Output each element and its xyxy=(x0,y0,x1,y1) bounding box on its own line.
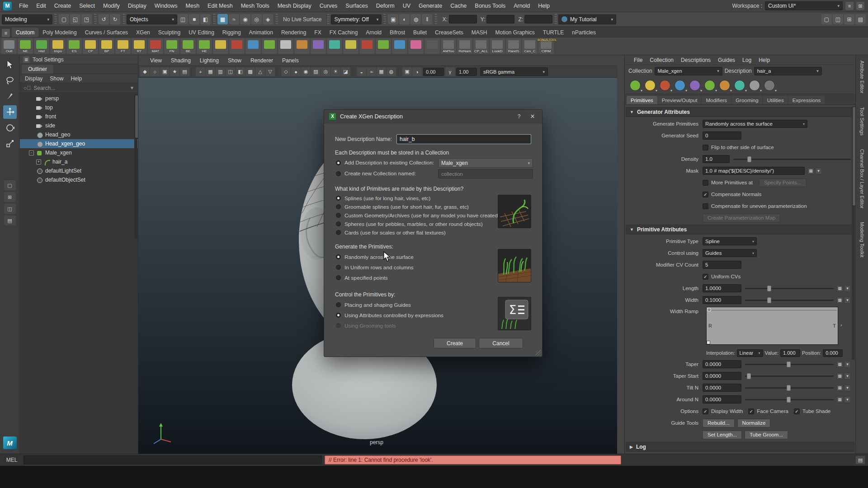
menu-bonus-tools[interactable]: Bonus Tools xyxy=(471,0,509,12)
select-camera-icon[interactable]: ◆ xyxy=(140,67,150,76)
xgen-update-preview-icon[interactable]: ▾ xyxy=(644,80,656,91)
generator-seed-input[interactable]: 0 xyxy=(703,131,741,140)
lock-camera-icon[interactable]: ○ xyxy=(150,67,160,76)
shelf-tab-mash[interactable]: MASH xyxy=(467,28,491,37)
workspace-dropdown[interactable]: Custom UI*▾ xyxy=(765,1,843,10)
shelf-tab-bifrost[interactable]: Bifrost xyxy=(386,28,409,37)
shelf-tab-poly-modeling[interactable]: Poly Modeling xyxy=(38,28,80,37)
xgen-tab-utilities[interactable]: Utilities xyxy=(763,96,788,104)
cancel-button[interactable]: Cancel xyxy=(479,338,523,348)
radio-button-icon[interactable] xyxy=(336,313,341,318)
resolution-gate-icon[interactable]: ◫ xyxy=(226,67,235,76)
option-using-grooming-tools[interactable]: Using Grooming tools xyxy=(336,320,443,331)
expression-menu-icon[interactable]: ▾ xyxy=(844,285,851,292)
normalize-button[interactable]: Normalize xyxy=(737,419,771,427)
workspace-options-icon[interactable]: ≡ xyxy=(845,2,854,10)
shelf-button-19[interactable] xyxy=(294,38,310,54)
option-add-to-existing-collection[interactable]: Add Description to existing Collection: xyxy=(336,158,434,168)
workspace-layout-icon[interactable]: ⊞ xyxy=(856,2,864,10)
paint-select-tool-icon[interactable] xyxy=(3,89,17,103)
dialog-close-button[interactable]: ✕ xyxy=(528,113,538,120)
map-texture-icon[interactable]: ▦ xyxy=(836,361,843,368)
xgen-sculpt-guide-icon[interactable]: ▾ xyxy=(719,80,731,91)
undo-icon[interactable]: ↺ xyxy=(99,14,109,24)
safe-title-icon[interactable]: ▽ xyxy=(265,67,275,76)
expression-menu-icon[interactable]: ▾ xyxy=(844,385,851,391)
radio-button-icon[interactable] xyxy=(336,221,341,226)
shelf-button-17[interactable] xyxy=(262,38,277,54)
width-ramp-editor[interactable]: R T xyxy=(706,307,838,345)
selection-mode-dropdown[interactable]: Objects▾ xyxy=(127,14,177,24)
xgen-menu-descriptions[interactable]: Descriptions xyxy=(677,57,714,63)
xgen-menu-guides[interactable]: Guides xyxy=(714,57,739,63)
shelf-button-ctrm[interactable]: BONUS TOOLCtRM xyxy=(538,38,554,54)
shelf-tab-arnold[interactable]: Arnold xyxy=(362,28,386,37)
render-frame-icon[interactable]: ▣ xyxy=(388,14,398,24)
x-coordinate-input[interactable] xyxy=(449,15,477,23)
xgen-tab-grooming[interactable]: Grooming xyxy=(731,96,763,104)
shelf-button-21[interactable] xyxy=(327,38,342,54)
xgen-tab-preview-output[interactable]: Preview/Output xyxy=(658,96,702,104)
menu-mesh-tools[interactable]: Mesh Tools xyxy=(237,0,274,12)
shelf-button-lookd[interactable]: LookD xyxy=(490,38,505,54)
compensate-normals-checkbox[interactable]: ✓ xyxy=(703,192,708,197)
menu-uv[interactable]: UV xyxy=(399,0,415,12)
map-texture-icon[interactable]: ▦ xyxy=(836,396,843,403)
shelf-button-he[interactable]: HE xyxy=(197,38,212,54)
map-texture-icon[interactable]: ▦ xyxy=(836,385,843,391)
outliner-item-defaultlightset[interactable]: defaultLightSet xyxy=(20,166,138,175)
shelf-tab-xgen[interactable]: XGen xyxy=(132,28,154,37)
option-at-specified-points[interactable]: At specified points xyxy=(336,272,414,283)
scrollbar-thumb[interactable] xyxy=(135,95,138,138)
lasso-select-tool-icon[interactable] xyxy=(3,74,17,87)
tube-shade-checkbox[interactable]: ✓ xyxy=(794,408,800,414)
shelf-tab-motion-graphics[interactable]: Motion Graphics xyxy=(491,28,538,37)
existing-collection-dropdown[interactable]: Male_xgen▾ xyxy=(438,158,533,168)
xgen-density-brush-icon[interactable]: ▾ xyxy=(734,80,745,91)
shelf-button-14[interactable] xyxy=(213,38,228,54)
shelf-tab-fx-caching[interactable]: FX Caching xyxy=(326,28,362,37)
tilt-input[interactable]: 0.0000 xyxy=(703,384,741,392)
select-hierarchy-icon[interactable]: ◫ xyxy=(178,14,188,24)
expand-toggle-icon[interactable]: + xyxy=(36,160,41,164)
tab-outliner[interactable]: Outliner xyxy=(22,65,53,74)
ipr-render-icon[interactable]: ◐ xyxy=(399,14,410,24)
shelf-button-16[interactable] xyxy=(245,38,261,54)
tube-groom-button[interactable]: Tube Groom... xyxy=(745,431,788,439)
shelf-tab-fx[interactable]: FX xyxy=(310,28,325,37)
more-primitives-checkbox[interactable] xyxy=(703,180,708,186)
radio-button-icon[interactable] xyxy=(336,275,341,280)
primitive-type-dropdown[interactable]: Spline▾ xyxy=(703,237,757,245)
shelf-button-rands[interactable]: RandS xyxy=(506,38,521,54)
outliner-menu-help[interactable]: Help xyxy=(67,75,85,82)
wireframe-on-shaded-icon[interactable]: ◉ xyxy=(301,67,311,76)
film-gate-icon[interactable]: ▥ xyxy=(216,67,225,76)
xgen-expression-editor-icon[interactable]: ▾ xyxy=(749,80,760,91)
xgen-menu-log[interactable]: Log xyxy=(739,57,755,63)
panel-tab-tool-settings[interactable]: Tool Settings xyxy=(859,107,865,136)
menu-create[interactable]: Create xyxy=(50,0,75,12)
use-default-material-icon[interactable]: ◎ xyxy=(321,67,330,76)
four-pane-icon[interactable]: ⊞ xyxy=(844,14,854,24)
shadows-icon[interactable]: ◪ xyxy=(341,67,350,76)
map-texture-icon[interactable]: ▦ xyxy=(836,285,843,292)
outliner-item-persp[interactable]: persp xyxy=(20,94,138,103)
outliner-tree[interactable]: persptopfrontsideHead_geoHead_xgen_geo−M… xyxy=(20,93,138,454)
lighting-icon[interactable]: ☀ xyxy=(331,67,340,76)
set-length-button[interactable]: Set Length... xyxy=(703,431,742,439)
compensate-uneven-checkbox[interactable] xyxy=(703,203,708,209)
option-create-new-collection[interactable]: Create new Collection named: xyxy=(336,169,416,178)
tutorial-dropdown[interactable]: My Tutorial▾ xyxy=(558,14,616,24)
dialog-resize-grip[interactable] xyxy=(536,350,541,356)
option-using-attributes-controlled-by-expressions[interactable]: Using Attributes controlled by expressio… xyxy=(336,310,443,320)
shelf-button-15[interactable] xyxy=(229,38,245,54)
create-button[interactable]: Create xyxy=(434,338,476,348)
mask-expression-input[interactable]: 1.0 # map('${DESC}/density/') xyxy=(703,167,805,175)
xgen-description-visibility-icon[interactable]: ▾ xyxy=(629,80,641,91)
shelf-button-bp[interactable]: BP xyxy=(99,38,114,54)
shelf-button-20[interactable] xyxy=(311,38,326,54)
menu-help[interactable]: Help xyxy=(534,0,554,12)
shelf-button-26[interactable] xyxy=(408,38,424,54)
shelf-tab-nparticles[interactable]: nParticles xyxy=(568,28,600,37)
scrollbar-thumb[interactable] xyxy=(852,107,855,206)
